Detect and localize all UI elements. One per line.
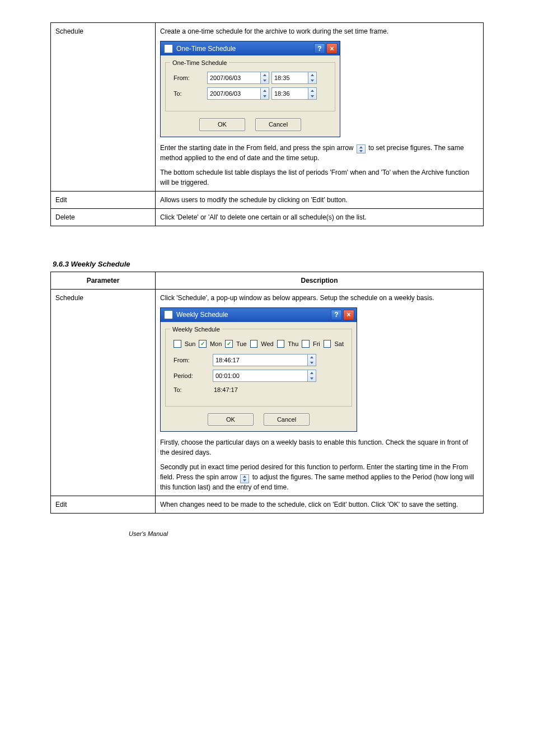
to-time-spinner[interactable] [308, 87, 317, 100]
groupbox-title: One-Time Schedule [170, 58, 229, 68]
chk-fri[interactable] [302, 340, 310, 348]
weekly-from-input[interactable] [213, 354, 308, 366]
lbl-thu: Thu [288, 339, 298, 349]
weekly-row1-right: Click 'Schedule', a pop-up window as bel… [156, 289, 484, 496]
cancel-button[interactable]: Cancel [255, 118, 301, 131]
from-date-input[interactable] [207, 72, 261, 84]
from-label: From: [174, 73, 207, 83]
weekly-from-spinner[interactable] [308, 354, 316, 366]
weekly-period-spinner[interactable] [308, 370, 316, 382]
from-time-input[interactable] [271, 72, 308, 84]
to-label: To: [174, 89, 207, 99]
lbl-sat: Sat [334, 339, 344, 349]
one-time-desc-top: Create a one-time schedule for the archi… [160, 26, 479, 36]
one-time-dialog: One-Time Schedule ? × One-Time Schedule … [160, 41, 340, 137]
lbl-fri: Fri [313, 339, 320, 349]
footer-text: User's Manual [129, 530, 484, 537]
lbl-wed: Wed [261, 339, 273, 349]
weekly-period-label: Period: [174, 371, 213, 381]
days-row: Sun ✓Mon ✓Tue Wed Thu Fri Sat [174, 339, 344, 349]
weekly-dialog-icon [164, 310, 173, 319]
weekly-titlebar: Weekly Schedule ? × [161, 308, 357, 322]
weekly-cancel-button[interactable]: Cancel [264, 413, 310, 426]
row2-left: Edit [51, 191, 156, 208]
dialog-title-text: One-Time Schedule [176, 44, 236, 54]
one-time-desc-rest: Enter the starting date in the From fiel… [160, 143, 479, 188]
chk-mon[interactable]: ✓ [199, 340, 207, 348]
from-date-spinner[interactable] [261, 72, 269, 84]
weekly-desc-top: Click 'Schedule', a pop-up window as bel… [160, 293, 479, 303]
one-time-groupbox: One-Time Schedule From: [165, 62, 335, 111]
weekly-schedule-table: Parameter Description Schedule Click 'Sc… [50, 272, 484, 514]
weekly-period-input[interactable] [213, 370, 308, 382]
weekly-dialog: Weekly Schedule ? × Weekly Schedule Sun [160, 307, 357, 432]
th-description: Description [156, 272, 484, 289]
chk-wed[interactable] [250, 340, 258, 348]
row3-left: Delete [51, 208, 156, 226]
weekly-group-title: Weekly Schedule [170, 325, 222, 334]
row1-left: Schedule [51, 23, 156, 192]
chk-sat[interactable] [324, 340, 331, 348]
row1-right: Create a one-time schedule for the archi… [156, 23, 484, 192]
lbl-mon: Mon [210, 339, 222, 349]
to-date-spinner[interactable] [261, 87, 269, 100]
from-time-spinner[interactable] [308, 72, 317, 84]
th-parameter: Parameter [51, 272, 156, 289]
weekly-desc-p1: Firstly, choose the particular days on a… [160, 437, 479, 458]
weekly-row2-left: Edit [51, 496, 156, 514]
one-time-schedule-table: Schedule Create a one-time schedule for … [50, 22, 484, 226]
help-button[interactable]: ? [314, 43, 325, 54]
to-time-input[interactable] [271, 87, 308, 100]
lbl-tue: Tue [236, 339, 247, 349]
weekly-ok-button[interactable]: OK [208, 413, 254, 426]
lbl-sun: Sun [185, 339, 196, 349]
schedule-label: Schedule [55, 27, 83, 35]
weekly-to-label: To: [174, 385, 213, 395]
desc-part3: The bottom schedule list table displays … [160, 169, 469, 186]
chk-sun[interactable] [174, 340, 181, 348]
section-heading: 9.6.3 Weekly Schedule [53, 260, 484, 268]
weekly-inline-spinner-icon [240, 474, 249, 483]
chk-thu[interactable] [277, 340, 285, 348]
close-button[interactable]: × [326, 43, 338, 54]
inline-spinner-icon [357, 144, 366, 153]
row3-right: Click 'Delete' or 'All' to delete one ce… [156, 208, 484, 226]
weekly-groupbox: Weekly Schedule Sun ✓Mon ✓Tue Wed Thu Fr… [165, 329, 352, 407]
to-date-input[interactable] [207, 87, 261, 100]
weekly-row2-right: When changes need to be made to the sche… [156, 496, 484, 514]
weekly-desc-rest: Firstly, choose the particular days on a… [160, 437, 479, 492]
weekly-to-value: 18:47:17 [213, 385, 238, 395]
desc-part1: Enter the starting date in the From fiel… [160, 144, 355, 152]
weekly-close-button[interactable]: × [343, 310, 354, 320]
dialog-icon [164, 44, 173, 53]
weekly-title-text: Weekly Schedule [176, 310, 228, 320]
ok-button[interactable]: OK [199, 118, 245, 131]
weekly-help-button[interactable]: ? [331, 310, 342, 320]
chk-tue[interactable]: ✓ [225, 340, 233, 348]
row2-right: Allows users to modify the schedule by c… [156, 191, 484, 208]
weekly-row1-left: Schedule [51, 289, 156, 496]
weekly-from-label: From: [174, 356, 213, 365]
dialog-titlebar: One-Time Schedule ? × [161, 41, 340, 55]
